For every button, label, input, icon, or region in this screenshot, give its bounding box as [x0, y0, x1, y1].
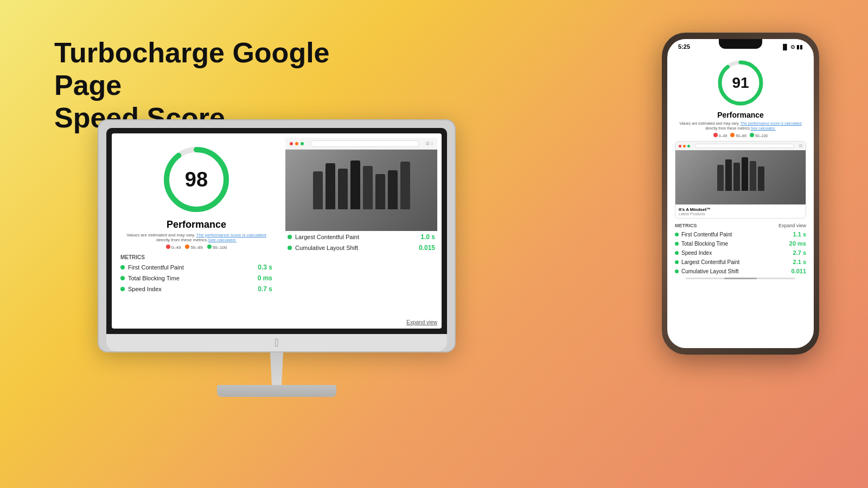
phone-preview-toolbar: ⊡: [675, 142, 806, 150]
phone-preview-footer: It's A Mindset™ Latest Products: [675, 204, 806, 218]
imac-screen-outer: 98 Performance Values are estimated and …: [98, 119, 456, 352]
desktop-metrics-label: METRICS: [120, 254, 272, 260]
phone-metric-cls: Cumulative Layout Shift 0.011: [675, 268, 806, 274]
wifi-icon: ⊙: [790, 44, 795, 50]
phone-perf-title: Performance: [675, 111, 806, 119]
desktop-metric-cls: Cumulative Layout Shift 0.015: [288, 244, 435, 252]
imac-right-panel: ⊡ ↕: [281, 133, 442, 329]
desktop-metric-lcp: Largest Contentful Paint 1.0 s: [288, 233, 435, 241]
phone-calc-link[interactable]: See calculator.: [751, 126, 776, 130]
desktop-perf-subtitle: Values are estimated and may vary. The p…: [120, 233, 272, 242]
phone-metric-fcp: First Contentful Paint 1.1 s: [675, 231, 806, 237]
desktop-score-circle: 98: [161, 144, 232, 215]
apple-logo-icon: : [275, 337, 278, 349]
imac-preview-toolbar: ⊡ ↕: [285, 138, 437, 150]
phone-expand-view[interactable]: Expand view: [778, 223, 806, 228]
phone-outer-shell: 5:25 ▐▌ ⊙ ▮▮ 91 Performance Values: [662, 33, 819, 355]
imac-chin: : [106, 334, 447, 351]
phone-scrollbar: [686, 278, 795, 279]
phone-scrollbar-thumb: [724, 278, 757, 279]
preview-url-bar: [310, 140, 419, 147]
desktop-metric-tbt: Total Blocking Time 0 ms: [120, 274, 272, 282]
phone-device: 5:25 ▐▌ ⊙ ▮▮ 91 Performance Values: [662, 33, 819, 355]
phone-brand: It's A Mindset™: [679, 207, 802, 212]
phone-perf-link[interactable]: The performance score is calculated: [741, 121, 802, 125]
desktop-calc-link[interactable]: See calculator.: [208, 237, 237, 242]
phone-metric-lcp: Largest Contentful Paint 2.1 s: [675, 259, 806, 265]
desktop-metrics: METRICS First Contentful Paint 0.3 s Tot…: [120, 254, 272, 296]
phone-status-icons: ▐▌ ⊙ ▮▮: [781, 44, 803, 50]
phone-time: 5:25: [678, 43, 690, 50]
phone-legend: 0–49 50–89 50–100: [675, 133, 806, 138]
desktop-perf-link[interactable]: The performance score is calculated: [196, 233, 266, 237]
desktop-metric-fcp: First Contentful Paint 0.3 s: [120, 264, 272, 271]
imac-left-panel: 98 Performance Values are estimated and …: [112, 133, 281, 329]
headline-line1: Turbocharge Google Page: [54, 37, 391, 102]
phone-score-number: 91: [732, 74, 749, 92]
desktop-metric-si: Speed Index 0.7 s: [120, 285, 272, 293]
phone-screen: 5:25 ▐▌ ⊙ ▮▮ 91 Performance Values: [667, 39, 814, 348]
imac-screen: 98 Performance Values are estimated and …: [112, 133, 442, 329]
imac-stand-neck: [260, 352, 293, 385]
phone-metrics-header: METRICS Expand view: [675, 223, 806, 228]
imac-stand-base: [217, 385, 336, 397]
imac-device: 98 Performance Values are estimated and …: [98, 119, 456, 397]
phone-metric-si: Speed Index 2.7 s: [675, 249, 806, 256]
phone-notch: [719, 39, 762, 49]
signal-icon: ▐▌: [781, 44, 789, 50]
imac-bezel: 98 Performance Values are estimated and …: [106, 128, 447, 334]
desktop-score-number: 98: [185, 168, 208, 191]
imac-preview-photo: [285, 150, 437, 231]
phone-preview-sub: Latest Products: [679, 212, 802, 216]
imac-right-metrics: Largest Contentful Paint 1.0 s Cumulativ…: [285, 233, 437, 252]
phone-perf-subtitle: Values are estimated and may vary. The p…: [675, 121, 806, 131]
phone-metrics-label: METRICS: [675, 223, 697, 228]
phone-preview: ⊡: [675, 141, 806, 219]
phone-preview-photo: [675, 150, 806, 204]
desktop-perf-title: Performance: [167, 219, 226, 230]
phone-metric-tbt: Total Blocking Time 20 ms: [675, 240, 806, 247]
imac-expand-view[interactable]: Expand view: [406, 319, 437, 325]
phone-score-circle: 91: [716, 59, 765, 107]
battery-icon: ▮▮: [796, 44, 803, 50]
phone-content: 91 Performance Values are estimated and …: [667, 54, 814, 348]
desktop-legend: 0–49 50–89 50–100: [166, 245, 227, 250]
